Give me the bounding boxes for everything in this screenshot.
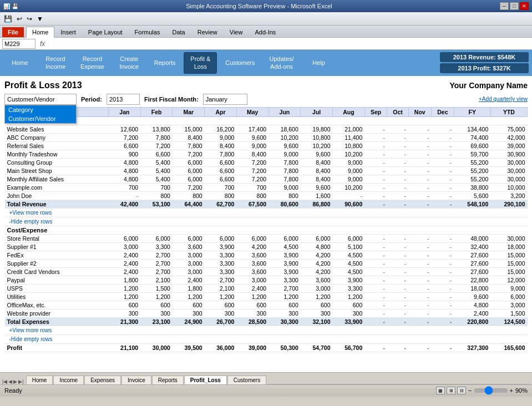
- fx-icon: fx: [38, 40, 47, 48]
- view-more-expense-link[interactable]: +View more rows: [7, 327, 525, 334]
- formula-bar: fx: [0, 38, 532, 50]
- col-header-feb: Feb: [140, 107, 173, 116]
- tab-reports[interactable]: Reports: [152, 375, 184, 384]
- close-button[interactable]: ✕: [520, 2, 529, 10]
- maximize-button[interactable]: □: [510, 2, 519, 10]
- expense-row: FedEx2,4002,7003,0003,3003,6003,9004,200…: [5, 251, 528, 259]
- col-header-nov: Nov: [408, 107, 431, 116]
- period-dropdown-container: 2013 2012 2014: [107, 94, 140, 105]
- qa-dropdown-button[interactable]: ▼: [35, 14, 45, 23]
- col-header-oct: Oct: [387, 107, 408, 116]
- ready-status: Ready: [4, 387, 22, 394]
- minimize-button[interactable]: ─: [500, 2, 509, 10]
- revenue-row: Consulting Group4,8005,4006,0006,6007,20…: [5, 158, 528, 166]
- zoom-plus-button[interactable]: +: [510, 387, 513, 394]
- updates-button[interactable]: Updates/ Add-ons: [264, 52, 300, 74]
- ribbon-tabs: File Home Insert Page Layout Formulas Da…: [0, 26, 532, 38]
- metric-boxes: 2013 Revenue: $548K 2013 Profit: $327K: [440, 52, 529, 74]
- page-title: Profit & Loss 2013: [4, 80, 82, 90]
- app-toolbar: Home Record Income Record Expense Create…: [0, 50, 532, 76]
- formula-input[interactable]: [49, 39, 530, 49]
- expense-row: Supplier #13,0003,3003,6003,9004,2004,50…: [5, 242, 528, 251]
- reports-button[interactable]: Reports: [148, 52, 182, 74]
- status-right: ▦ ⊞ ⊟ − + 90%: [436, 387, 528, 394]
- file-tab[interactable]: File: [2, 27, 24, 37]
- addins-tab[interactable]: Add-Ins: [249, 27, 282, 37]
- zoom-minus-button[interactable]: −: [468, 387, 472, 394]
- revenue-row: ABC Company7,2007,8008,4009,0009,60010,2…: [5, 133, 528, 141]
- redo-qa-button[interactable]: ↪: [25, 14, 34, 23]
- status-bar: Ready ▦ ⊞ ⊟ − + 90%: [0, 384, 532, 397]
- zoom-slider[interactable]: [474, 388, 508, 393]
- expense-row: Credit Card Vendors2,4002,7003,0003,3003…: [5, 267, 528, 276]
- period-label: Period:: [81, 96, 102, 103]
- col-header-ytd: YTD: [490, 107, 527, 116]
- expense-row: OfficeMax, etc.600600600600600600600600-…: [5, 301, 528, 309]
- total-expenses-row: Total Expenses21,30023,10024,90026,70028…: [5, 317, 528, 326]
- controls-row: Customer/Vendor Category Category Custom…: [4, 94, 528, 105]
- tab-first-button[interactable]: |◀: [2, 379, 7, 384]
- tab-expenses[interactable]: Expenses: [84, 375, 121, 384]
- customer-vendor-option[interactable]: Customer/Vendor: [5, 114, 76, 123]
- company-name: Your Company Name: [449, 81, 528, 90]
- record-expense-button[interactable]: Record Expense: [74, 52, 110, 74]
- groupby-dropdown-menu: Category Customer/Vendor: [4, 105, 77, 124]
- view-icons: ▦ ⊞ ⊟: [436, 387, 466, 394]
- tab-income[interactable]: Income: [53, 375, 84, 384]
- tab-customers[interactable]: Customers: [227, 375, 266, 384]
- tab-next-button[interactable]: ▶: [13, 379, 17, 384]
- undo-qa-button[interactable]: ↩: [15, 14, 24, 23]
- hide-empty-revenue-link[interactable]: -Hide empty rows: [7, 218, 525, 225]
- view-tab[interactable]: View: [224, 27, 249, 37]
- expense-section-header: Cost/Expense: [5, 226, 528, 234]
- review-tab[interactable]: Review: [191, 27, 224, 37]
- col-header-sep: Sep: [364, 107, 387, 116]
- record-income-button[interactable]: Record Income: [39, 52, 72, 74]
- page-break-view-icon[interactable]: ⊟: [457, 387, 466, 394]
- normal-view-icon[interactable]: ▦: [436, 387, 445, 394]
- expense-row: Supplier #22,4002,7003,0003,3003,6003,90…: [5, 259, 528, 267]
- revenue-row: Referral Sales6,6007,2007,8008,4009,0009…: [5, 141, 528, 150]
- cell-reference-input[interactable]: [2, 39, 36, 49]
- revenue-row: Monthly Tradeshow9006,6007,2007,8008,400…: [5, 150, 528, 158]
- home-button[interactable]: Home: [3, 52, 37, 74]
- page-layout-tab[interactable]: Page Layout: [82, 27, 129, 37]
- formulas-tab[interactable]: Formulas: [129, 27, 166, 37]
- table-header-row: Jan Feb Mar Apr May Jun Jul Aug Sep Oct …: [5, 107, 528, 116]
- page-title-row: Profit & Loss 2013 Your Company Name: [4, 80, 528, 90]
- category-option[interactable]: Category: [5, 105, 76, 114]
- fiscal-month-label: First Fiscal Month:: [144, 96, 199, 103]
- zoom-level: 90%: [515, 387, 528, 394]
- title-bar: 📊 💾 Simple Accounting Software Preview -…: [0, 0, 532, 12]
- revenue-metric: 2013 Revenue: $548K: [440, 52, 529, 62]
- data-table-container: Jan Feb Mar Apr May Jun Jul Aug Sep Oct …: [4, 107, 528, 352]
- data-tab[interactable]: Data: [166, 27, 191, 37]
- profit-metric: 2013 Profit: $327K: [440, 63, 529, 73]
- period-select[interactable]: 2013 2012 2014: [107, 94, 140, 105]
- help-button[interactable]: Help: [302, 52, 336, 74]
- tab-prev-button[interactable]: ◀: [8, 379, 12, 384]
- view-more-revenue-link[interactable]: +View more rows: [7, 209, 525, 216]
- tab-nav: |◀ ◀ ▶ ▶|: [2, 379, 24, 384]
- create-invoice-button[interactable]: Create Invoice: [113, 52, 146, 74]
- groupby-select[interactable]: Customer/Vendor Category: [4, 94, 77, 105]
- fiscal-select[interactable]: January February March: [203, 94, 247, 105]
- insert-tab[interactable]: Insert: [54, 27, 82, 37]
- hide-empty-expense-link[interactable]: -Hide empty rows: [7, 336, 525, 343]
- tab-invoice[interactable]: Invoice: [121, 375, 151, 384]
- add-quarterly-link[interactable]: +Add quarterly view: [479, 96, 528, 102]
- customers-button[interactable]: Customers: [219, 52, 261, 74]
- profit-loss-button[interactable]: Profit & Loss: [184, 52, 217, 74]
- col-header-fy: FY: [454, 107, 490, 116]
- profit-loss-table: Jan Feb Mar Apr May Jun Jul Aug Sep Oct …: [4, 107, 528, 352]
- col-header-jun: Jun: [268, 107, 301, 116]
- col-header-apr: Apr: [205, 107, 237, 116]
- tab-home[interactable]: Home: [26, 375, 53, 384]
- home-tab[interactable]: Home: [26, 27, 54, 38]
- page-layout-view-icon[interactable]: ⊞: [447, 387, 455, 394]
- revenue-row: Example.com7007007,2007007009,0009,60010…: [5, 183, 528, 191]
- tab-last-button[interactable]: ▶|: [18, 379, 23, 384]
- save-qa-button[interactable]: 💾: [2, 14, 14, 23]
- revenue-row: John Doe-8008008008008001,600-----5,6003…: [5, 191, 528, 200]
- tab-profit-loss[interactable]: Profit_Loss: [184, 375, 227, 384]
